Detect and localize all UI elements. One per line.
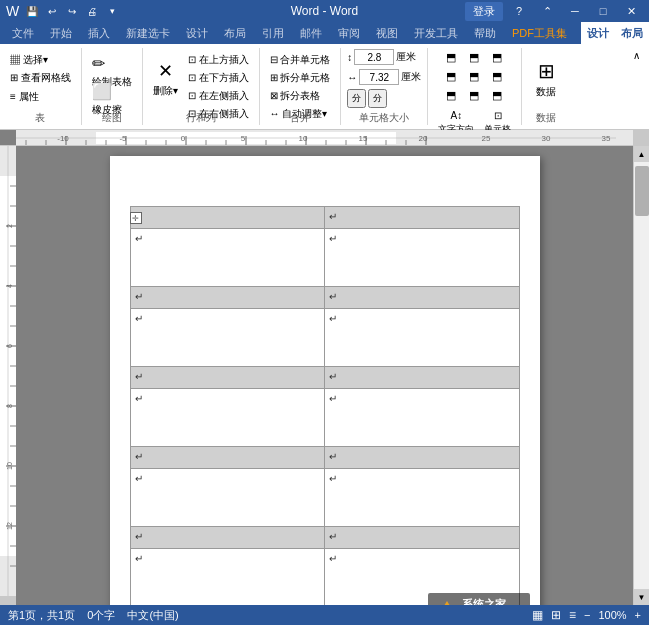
table-cell[interactable]: ↵ [130,229,325,287]
app-icon: W [6,3,19,19]
tab-reference[interactable]: 引用 [254,22,292,44]
tab-pdf[interactable]: PDF工具集 [504,22,575,44]
watermark-logo [436,601,458,606]
align-ml-button[interactable]: ⬒ [441,67,461,85]
tab-layout[interactable]: 布局 [216,22,254,44]
align-tc-button[interactable]: ⬒ [464,48,484,66]
tab-start[interactable]: 开始 [42,22,80,44]
table-cell[interactable]: ↵ [130,309,325,367]
status-bar: 第1页，共1页 0个字 中文(中国) ▦ ⊞ ≡ − 100% + [0,605,649,625]
properties-button[interactable]: ≡ 属性 [6,88,75,106]
quick-access-toolbar: 💾 ↩ ↪ 🖨 ▾ [23,2,121,20]
table-cell[interactable]: ↵ [325,207,520,229]
scroll-down-button[interactable]: ▼ [634,589,650,605]
svg-text:10: 10 [299,134,308,143]
ribbon-collapse[interactable]: ∧ [633,48,649,125]
table-cell[interactable]: ↵ [325,469,520,527]
split-table-button[interactable]: ⊠ 拆分表格 [266,87,335,105]
tab-dev[interactable]: 开发工具 [406,22,466,44]
split-cells-button[interactable]: ⊞ 拆分单元格 [266,69,335,87]
zoom-in-button[interactable]: + [635,609,641,621]
tab-file[interactable]: 文件 [4,22,42,44]
minimize-button[interactable]: ─ [563,2,587,20]
insert-left-button[interactable]: ⊡ 在左侧插入 [184,87,253,105]
table-cell[interactable]: ↵ [130,447,325,469]
insert-above-button[interactable]: ⊡ 在上方插入 [184,51,253,69]
table-row: ↵ ↵ [130,229,519,287]
cell-height-input[interactable] [354,49,394,65]
save-button[interactable]: 💾 [23,2,41,20]
ribbon-tabs: 文件 开始 插入 新建选卡 设计 布局 引用 邮件 审阅 视图 开发工具 帮助 … [0,22,649,44]
align-mc-button[interactable]: ⬒ [464,67,484,85]
ruler-corner [0,130,16,145]
login-button[interactable]: 登录 [465,2,503,21]
table-cell[interactable]: ↵ [325,309,520,367]
undo-button[interactable]: ↩ [43,2,61,20]
select-button[interactable]: ▦ 选择▾ [6,51,75,69]
align-br-button[interactable]: ⬒ [487,86,507,104]
merge-cells-button[interactable]: ⊟ 合并单元格 [266,51,335,69]
data-button[interactable]: ⊞ 数据 [528,53,564,105]
table-cell[interactable]: ↵ [130,287,325,309]
table-cell[interactable]: ↵ [130,549,325,606]
tab-newcard[interactable]: 新建选卡 [118,22,178,44]
view-print-icon[interactable]: ▦ [532,608,543,622]
align-tl-button[interactable]: ⬒ [441,48,461,66]
cell-marker: ↵ [135,393,143,404]
help-icon[interactable]: ? [507,2,531,20]
table-cell[interactable]: ↵ [130,527,325,549]
scroll-thumb[interactable] [635,166,649,216]
table-cell[interactable]: ↵ [130,389,325,447]
insert-below-button[interactable]: ⊡ 在下方插入 [184,69,253,87]
view-read-icon[interactable]: ≡ [569,608,576,622]
redo-button[interactable]: ↪ [63,2,81,20]
collapse-icon[interactable]: ∧ [633,50,640,61]
zoom-out-button[interactable]: − [584,609,590,621]
align-tr-button[interactable]: ⬒ [487,48,507,66]
scroll-up-button[interactable]: ▲ [634,146,650,162]
table-cell[interactable]: ↵ [325,447,520,469]
table-cell[interactable]: ↵ [325,389,520,447]
table-cell[interactable]: ↵ [325,287,520,309]
more-button[interactable]: ▾ [103,2,121,20]
align-grid: ⬒ ⬒ ⬒ ⬒ ⬒ ⬒ ⬒ ⬒ ⬒ [441,48,509,104]
tab-help[interactable]: 帮助 [466,22,504,44]
delete-button[interactable]: ✕ 删除▾ [149,53,182,105]
table-cell[interactable]: ↵ [325,229,520,287]
table-cell[interactable]: ↵ [325,527,520,549]
scrollbar-vertical[interactable]: ▲ ▼ [633,146,649,605]
distribute-rows-button[interactable]: 分 [347,89,366,108]
distribute-cols-button[interactable]: 分 [368,89,387,108]
table-cell[interactable]: ↵ [325,367,520,389]
print-button[interactable]: 🖨 [83,2,101,20]
table-move-handle[interactable]: ✛ [130,212,142,224]
data-label: 数据 [536,85,556,99]
tab-design[interactable]: 设计 [178,22,216,44]
draw-icon: ✏ [92,54,105,73]
eraser-button[interactable]: ⬜ 橡皮擦 [88,80,136,106]
table-cell[interactable]: ↵ [130,207,325,229]
view-gridlines-button[interactable]: ⊞ 查看网格线 [6,69,75,87]
align-mr-button[interactable]: ⬒ [487,67,507,85]
tab-mail[interactable]: 邮件 [292,22,330,44]
document-scroll-area[interactable]: ✛ ↵ ↵ ↵ [16,146,633,605]
ribbon-toggle-icon[interactable]: ⌃ [535,2,559,20]
cell-margin-icon: ⊡ [494,110,502,121]
tab-insert[interactable]: 插入 [80,22,118,44]
view-web-icon[interactable]: ⊞ [551,608,561,622]
cell-marker: ↵ [135,451,143,462]
draw-table-button[interactable]: ✏ 绘制表格 [88,52,136,78]
table-cell[interactable]: ↵ [130,367,325,389]
close-button[interactable]: ✕ [619,2,643,20]
svg-text:12: 12 [6,522,13,530]
tab-layout2[interactable]: 布局 [615,22,649,44]
table-cell[interactable]: ↵ [130,469,325,527]
align-bl-button[interactable]: ⬒ [441,86,461,104]
tab-design2[interactable]: 设计 [581,22,615,44]
maximize-button[interactable]: □ [591,2,615,20]
tab-review[interactable]: 审阅 [330,22,368,44]
align-bc-button[interactable]: ⬒ [464,86,484,104]
tab-view[interactable]: 视图 [368,22,406,44]
cell-width-input[interactable] [359,69,399,85]
data-group-label: 数据 [536,109,556,125]
